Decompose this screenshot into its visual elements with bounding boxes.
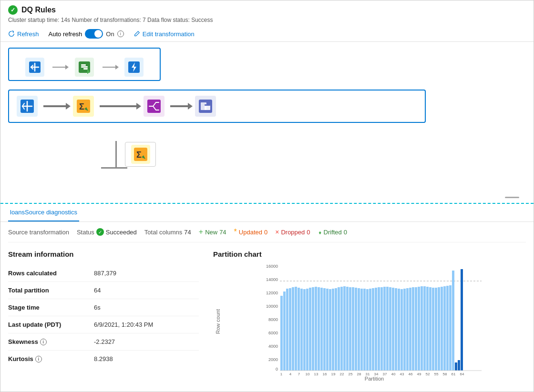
flow-row-1 xyxy=(8,48,161,81)
arrow-thick-3 xyxy=(170,105,189,107)
source-node-2[interactable] xyxy=(13,93,41,120)
svg-rect-51 xyxy=(338,287,340,371)
total-columns-item: Total columns 74 xyxy=(144,229,191,236)
svg-rect-35 xyxy=(292,287,294,371)
svg-rect-66 xyxy=(380,287,383,371)
transform-icon-1 xyxy=(77,60,92,75)
svg-text:10000: 10000 xyxy=(266,304,278,309)
source-node-1[interactable] xyxy=(19,54,51,80)
svg-text:13: 13 xyxy=(314,372,318,376)
auto-refresh-info-icon[interactable]: i xyxy=(117,30,124,37)
refresh-button[interactable]: Refresh xyxy=(8,30,39,38)
main-container: DQ Rules Cluster startup time: 14s Numbe… xyxy=(0,0,534,392)
info-key-5: Kurtosis i xyxy=(8,355,94,362)
svg-rect-73 xyxy=(400,289,403,371)
arrow-thick-1 xyxy=(43,105,67,107)
svg-rect-81 xyxy=(423,286,426,371)
svg-rect-79 xyxy=(418,287,420,371)
status-label: Status xyxy=(77,229,94,236)
svg-text:64: 64 xyxy=(460,372,464,376)
svg-rect-61 xyxy=(366,289,369,371)
svg-rect-67 xyxy=(383,287,386,371)
sigma-node-1[interactable]: Σ xyxy=(69,93,98,120)
drifted-value: 0 xyxy=(344,229,347,236)
info-row-3: Last update (PDT) 6/9/2021, 1:20:43 PM xyxy=(8,316,199,333)
window-node[interactable] xyxy=(191,93,220,120)
info-val-0: 887,379 xyxy=(94,270,116,277)
svg-rect-6 xyxy=(87,69,88,74)
drifted-dot: ⬧ xyxy=(318,228,322,236)
svg-text:46: 46 xyxy=(409,372,413,376)
transform-node-1[interactable] xyxy=(68,54,100,80)
new-dot: + xyxy=(199,228,203,236)
sigma-node-2[interactable]: Σ xyxy=(125,142,156,167)
svg-rect-38 xyxy=(300,289,303,371)
source-transformation-label: Source transformation xyxy=(8,229,69,236)
new-label: New xyxy=(205,229,217,236)
svg-text:16: 16 xyxy=(323,372,327,376)
auto-refresh-toggle[interactable] xyxy=(85,29,103,39)
branch-area: Σ xyxy=(101,141,156,167)
window-icon xyxy=(198,99,213,114)
page-title: DQ Rules xyxy=(21,6,56,14)
drifted-label: Drifted xyxy=(324,229,342,236)
svg-rect-37 xyxy=(298,288,300,371)
info-table: Rows calculated 887,379 Total partition … xyxy=(8,265,199,367)
flow-nodes-row2: Σ xyxy=(8,93,220,120)
svg-rect-36 xyxy=(295,287,297,371)
svg-rect-83 xyxy=(429,287,431,371)
svg-rect-85 xyxy=(435,288,437,371)
chart-svg: 16000 14000 12000 10000 8000 6000 4000 2… xyxy=(223,262,526,376)
total-columns-value: 74 xyxy=(184,229,191,236)
svg-rect-77 xyxy=(412,287,414,371)
svg-rect-82 xyxy=(426,287,429,371)
svg-text:7: 7 xyxy=(298,372,300,376)
svg-rect-31 xyxy=(280,296,283,371)
new-item: + New 74 xyxy=(199,228,226,236)
svg-rect-71 xyxy=(395,288,397,371)
svg-rect-57 xyxy=(355,288,357,371)
sigma-icon-1: Σ xyxy=(76,99,91,114)
toolbar: Refresh Auto refresh On i Edit transform… xyxy=(0,26,534,42)
info-val-5: 8.2938 xyxy=(94,355,113,362)
svg-text:40: 40 xyxy=(391,372,396,376)
info-key-1: Total partition xyxy=(8,287,94,294)
tab-loans-source[interactable]: loansSource diagnostics xyxy=(8,204,79,221)
updated-item: * Updated 0 xyxy=(234,228,268,236)
svg-rect-75 xyxy=(406,288,409,371)
svg-rect-48 xyxy=(329,289,331,371)
svg-text:14000: 14000 xyxy=(266,277,278,282)
svg-rect-56 xyxy=(352,287,354,371)
split-node[interactable] xyxy=(140,93,168,120)
info-key-3: Last update (PDT) xyxy=(8,321,94,328)
kurtosis-info-icon[interactable]: i xyxy=(35,356,42,362)
info-val-2: 6s xyxy=(94,304,101,311)
source-transformation-item: Source transformation xyxy=(8,229,69,236)
svg-rect-32 xyxy=(283,291,286,371)
svg-rect-39 xyxy=(303,289,306,371)
svg-text:4000: 4000 xyxy=(268,344,278,349)
svg-rect-52 xyxy=(340,287,343,371)
status-bar: Source transformation Status Succeeded T… xyxy=(8,228,526,242)
canvas-area: Σ xyxy=(0,42,534,204)
updated-dot: * xyxy=(234,228,237,236)
svg-rect-69 xyxy=(389,287,391,371)
status-item: Status Succeeded xyxy=(77,228,137,236)
edit-icon xyxy=(134,30,140,37)
bolt-node-1[interactable] xyxy=(118,54,150,80)
subtitle: Cluster startup time: 14s Number of tran… xyxy=(0,17,534,26)
info-val-4: -2.2327 xyxy=(94,338,115,345)
skewness-info-icon[interactable]: i xyxy=(40,339,47,345)
x-axis-title: Partition xyxy=(223,376,526,382)
svg-rect-88 xyxy=(443,286,446,371)
diagnostics-content: Source transformation Status Succeeded T… xyxy=(0,222,534,392)
svg-rect-59 xyxy=(360,289,363,371)
info-key-4: Skewness i xyxy=(8,338,94,345)
bar-group xyxy=(280,269,463,371)
svg-rect-90 xyxy=(449,285,452,371)
edit-transformation-button[interactable]: Edit transformation xyxy=(134,30,195,38)
svg-text:49: 49 xyxy=(417,372,421,376)
svg-rect-46 xyxy=(323,288,326,371)
arrow-thick-2 xyxy=(100,105,138,107)
svg-rect-47 xyxy=(326,289,329,371)
